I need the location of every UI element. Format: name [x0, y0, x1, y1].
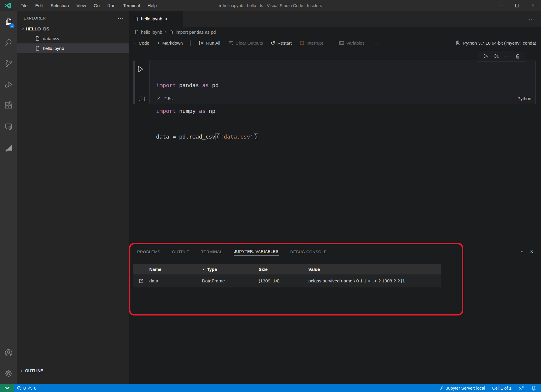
tab-terminal[interactable]: TERMINAL: [201, 248, 222, 256]
variable-name: data: [149, 278, 202, 284]
run-cells-above-icon[interactable]: [483, 53, 489, 59]
remote-explorer-icon: [4, 122, 13, 131]
breadcrumb-cell[interactable]: import pandas as pd: [169, 30, 216, 35]
clear-outputs-button[interactable]: Clear Outputs: [228, 40, 263, 46]
code-cell[interactable]: import pandas as pd import numpy as np d…: [149, 61, 536, 104]
menu-file[interactable]: File: [17, 0, 31, 11]
cell-indicator[interactable]: Cell 1 of 1: [489, 386, 515, 391]
variables-table-header: Name ▲ Type Size Value: [133, 264, 441, 274]
kernel-picker[interactable]: Python 3.7.10 64-bit ('myenv': conda): [455, 40, 541, 46]
add-markdown-cell-button[interactable]: + Markdown: [157, 40, 183, 45]
activity-run-debug[interactable]: [0, 74, 17, 95]
breadcrumb-label: import pandas as pd: [176, 30, 216, 35]
problems-status[interactable]: 0 0: [14, 386, 39, 391]
minimize-button[interactable]: –: [493, 0, 509, 11]
source-control-icon: [4, 59, 13, 68]
search-icon: [4, 38, 13, 47]
clear-outputs-icon: [228, 40, 234, 46]
file-label: data.csv: [43, 36, 59, 41]
tab-problems[interactable]: PROBLEMS: [137, 248, 161, 256]
open-in-data-viewer-icon[interactable]: [138, 278, 144, 284]
column-header-size[interactable]: Size: [259, 267, 308, 272]
activity-remote-explorer[interactable]: [0, 116, 17, 137]
dirty-indicator-icon[interactable]: ●: [165, 17, 168, 21]
tab-output[interactable]: OUTPUT: [172, 248, 189, 256]
variables-table: Name ▲ Type Size Value data DataFrame (1…: [133, 264, 441, 287]
toolbar-separator: [190, 40, 191, 46]
tab-debug-console[interactable]: DEBUG CONSOLE: [290, 248, 327, 256]
activity-settings[interactable]: [0, 363, 17, 384]
cell-focus-bar: [133, 61, 135, 104]
cell-more-actions-icon[interactable]: ···: [504, 53, 510, 59]
notifications-button[interactable]: [527, 386, 541, 391]
title-bar: File Edit Selection View Go Run Terminal…: [0, 0, 541, 11]
menu-edit[interactable]: Edit: [31, 0, 47, 11]
jupyter-server-status[interactable]: Jupyter Server: local: [436, 386, 489, 391]
column-header-type[interactable]: ▲ Type: [202, 267, 259, 272]
window-title: ● hello.ipynb - hello_ds - Visual Studio…: [219, 3, 322, 8]
run-cell-button[interactable]: [136, 65, 145, 74]
variable-type: DataFrame: [202, 278, 259, 284]
account-icon: [4, 348, 13, 357]
activity-source-control[interactable]: [0, 53, 17, 74]
menu-go[interactable]: Go: [90, 0, 103, 11]
activity-extension-triangle[interactable]: [0, 137, 17, 158]
folder-hello-ds[interactable]: › HELLO_DS: [17, 24, 129, 34]
outline-section[interactable]: › OUTLINE: [17, 365, 129, 376]
breadcrumb-label: hello.ipynb: [141, 30, 162, 35]
activity-account[interactable]: [0, 342, 17, 363]
run-all-button[interactable]: Run All: [198, 40, 220, 46]
remote-indicator[interactable]: ><: [0, 384, 14, 392]
gear-icon: [4, 369, 13, 378]
plus-icon: +: [133, 41, 137, 45]
close-panel-icon[interactable]: ×: [530, 248, 533, 255]
menu-terminal[interactable]: Terminal: [119, 0, 144, 11]
file-data-csv[interactable]: data.csv: [17, 34, 129, 43]
variables-button[interactable]: Variables: [339, 40, 365, 46]
variable-size: (1309, 14): [259, 278, 308, 284]
menu-selection[interactable]: Selection: [47, 0, 73, 11]
menu-run[interactable]: Run: [103, 0, 119, 11]
column-header-name[interactable]: Name: [149, 267, 202, 272]
toolbar-more-actions-icon[interactable]: ···: [372, 40, 378, 46]
menu-view[interactable]: View: [73, 0, 90, 11]
maximize-icon: [515, 4, 519, 7]
editor-more-actions-icon[interactable]: ···: [529, 11, 541, 27]
table-row[interactable]: data DataFrame (1309, 14) pclass survive…: [133, 274, 441, 287]
restart-button[interactable]: ↺ Restart: [270, 40, 291, 45]
close-button[interactable]: ×: [525, 0, 541, 11]
error-icon: [17, 386, 22, 391]
explorer-more-actions-icon[interactable]: ···: [118, 17, 124, 20]
play-icon: [136, 65, 145, 74]
code-line: import pandas as pd: [156, 81, 258, 90]
run-and-debug-icon: [4, 80, 13, 89]
activity-extensions[interactable]: [0, 95, 17, 116]
file-hello-ipynb[interactable]: hello.ipynb: [17, 43, 129, 53]
warning-icon: [27, 386, 32, 391]
code-line: data = pd.read_csv('data.csv'): [156, 132, 258, 141]
cell-language-picker[interactable]: Python: [517, 96, 531, 101]
column-header-value[interactable]: Value: [308, 267, 441, 272]
cell-code-editor[interactable]: import pandas as pd import numpy as np d…: [156, 64, 258, 158]
status-bar: >< 0 0 Jupyter Server: local Cell 1 of 1: [0, 384, 541, 392]
explorer-sidebar: EXPLORER ··· › HELLO_DS data.csv hello.i…: [17, 11, 129, 384]
add-code-cell-button[interactable]: + Code: [133, 40, 149, 45]
maximize-button[interactable]: [509, 0, 525, 11]
file-icon: [35, 46, 40, 51]
file-icon: [169, 30, 174, 34]
delete-cell-icon[interactable]: [515, 53, 521, 59]
run-cell-and-below-icon[interactable]: [494, 53, 500, 59]
restart-icon: ↺: [270, 41, 275, 45]
extensions-icon: [4, 101, 13, 110]
breadcrumb-file[interactable]: hello.ipynb: [135, 30, 162, 35]
tab-jupyter-variables[interactable]: JUPYTER: VARIABLES: [234, 248, 279, 256]
interpreter-icon: [455, 40, 461, 46]
feedback-button[interactable]: [515, 386, 527, 391]
activity-search[interactable]: [0, 32, 17, 53]
maximize-panel-icon[interactable]: ›: [518, 251, 524, 253]
tab-hello-ipynb[interactable]: hello.ipynb ●: [129, 11, 183, 27]
notebook-toolbar: + Code + Markdown Run All Clear Outputs …: [129, 38, 541, 48]
interrupt-button[interactable]: Interrupt: [299, 40, 323, 45]
activity-explorer[interactable]: 1: [0, 11, 17, 32]
menu-help[interactable]: Help: [144, 0, 161, 11]
